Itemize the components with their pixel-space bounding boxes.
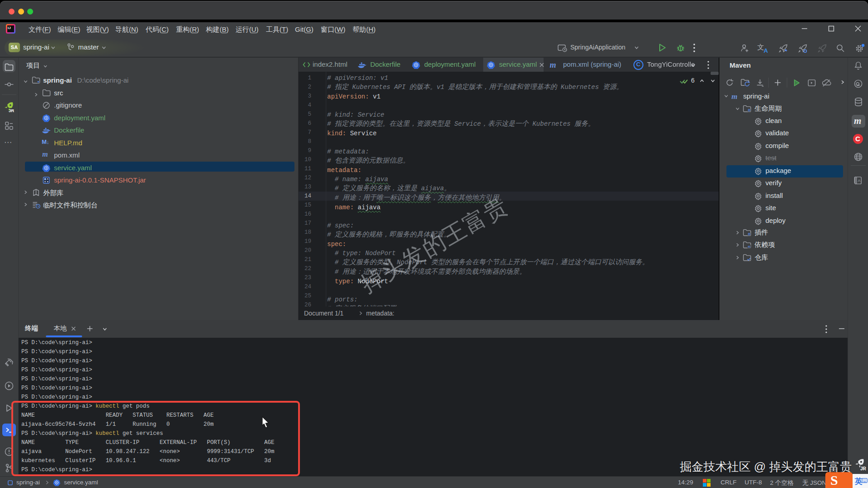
svg-text:m: m: [549, 61, 556, 69]
svg-text:JR: JR: [9, 108, 14, 113]
svg-text:JR: JR: [860, 466, 867, 471]
svg-text:A: A: [858, 178, 861, 183]
svg-text:m: m: [731, 93, 737, 100]
